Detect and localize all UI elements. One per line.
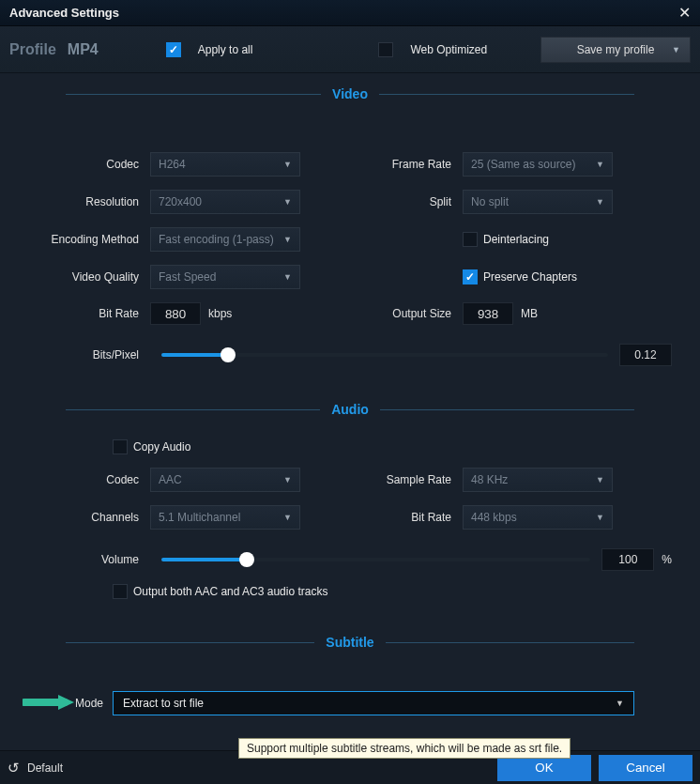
chevron-down-icon: ▼	[283, 235, 292, 244]
split-select[interactable]: No split▼	[463, 190, 613, 214]
preserve-chapters-checkbox[interactable]	[463, 269, 478, 284]
resolution-label: Resolution	[28, 195, 150, 208]
subtitle-section-header: Subtitle	[0, 622, 700, 663]
framerate-label: Frame Rate	[350, 158, 463, 171]
save-profile-label: Save my profile	[577, 43, 655, 56]
output-both-checkbox[interactable]	[113, 584, 128, 599]
web-optimized-label: Web Optimized	[410, 43, 487, 56]
encoding-method-label: Encoding Method	[28, 233, 150, 246]
volume-label: Volume	[28, 553, 150, 566]
output-size-label: Output Size	[350, 307, 463, 320]
audio-codec-label: Codec	[28, 473, 150, 486]
video-bitrate-unit: kbps	[208, 307, 232, 320]
reset-icon: ↺	[8, 760, 20, 776]
chevron-down-icon: ▼	[283, 197, 292, 207]
video-section-header: Video	[0, 73, 700, 115]
chevron-down-icon: ▼	[283, 272, 292, 282]
video-quality-select[interactable]: Fast Speed▼	[150, 265, 300, 289]
audio-form: Copy Audio Codec AAC▼ Sample Rate 48 KHz…	[0, 430, 700, 622]
output-both-label: Output both AAC and AC3 audio tracks	[133, 585, 327, 598]
copy-audio-checkbox[interactable]	[113, 439, 128, 454]
chevron-down-icon: ▼	[616, 699, 624, 708]
save-profile-button[interactable]: Save my profile ▼	[540, 37, 691, 63]
chevron-down-icon: ▼	[596, 197, 604, 207]
audio-section-header: Audio	[0, 389, 700, 430]
output-size-unit: MB	[521, 307, 538, 320]
deinterlacing-checkbox[interactable]	[463, 232, 478, 247]
bitspixel-value: 0.12	[619, 344, 672, 366]
close-icon[interactable]: ✕	[678, 4, 691, 22]
chevron-down-icon: ▼	[283, 160, 292, 169]
subtitle-tooltip: Support multiple subtitle streams, which…	[238, 738, 571, 759]
channels-select[interactable]: 5.1 Multichannel▼	[150, 505, 300, 530]
default-button[interactable]: ↺ Default	[8, 760, 63, 776]
audio-bitrate-select[interactable]: 448 kbps▼	[463, 505, 613, 530]
resolution-select[interactable]: 720x400▼	[150, 190, 300, 214]
framerate-select[interactable]: 25 (Same as source)▼	[463, 152, 613, 177]
slider-thumb[interactable]	[239, 552, 254, 567]
subtitle-row: Mode Extract to srt file ▼	[0, 691, 700, 715]
titlebar: Advanced Settings ✕	[0, 0, 700, 26]
profile-value: MP4	[68, 41, 99, 58]
apply-to-all-checkbox[interactable]	[166, 42, 181, 57]
chevron-down-icon: ▼	[596, 475, 604, 484]
split-label: Split	[350, 195, 463, 208]
audio-codec-select[interactable]: AAC▼	[150, 468, 300, 492]
preserve-chapters-label: Preserve Chapters	[483, 270, 577, 284]
channels-label: Channels	[28, 511, 150, 524]
profile-label: Profile	[9, 41, 56, 58]
video-quality-label: Video Quality	[28, 270, 150, 284]
samplerate-select[interactable]: 48 KHz▼	[463, 468, 613, 492]
chevron-down-icon: ▼	[672, 45, 680, 54]
encoding-method-select[interactable]: Fast encoding (1-pass)▼	[150, 227, 300, 252]
video-codec-label: Codec	[28, 158, 150, 171]
video-bitrate-label: Bit Rate	[28, 307, 150, 320]
subtitle-mode-select[interactable]: Extract to srt file ▼	[113, 691, 634, 715]
arrow-pointer-icon	[23, 693, 79, 712]
video-codec-select[interactable]: H264▼	[150, 152, 300, 177]
video-bitrate-input[interactable]	[150, 302, 201, 325]
samplerate-label: Sample Rate	[350, 473, 463, 486]
bitspixel-slider[interactable]	[161, 353, 608, 357]
slider-thumb[interactable]	[221, 347, 236, 362]
chevron-down-icon: ▼	[596, 513, 604, 522]
audio-bitrate-label: Bit Rate	[350, 511, 463, 524]
volume-value: 100	[601, 548, 654, 571]
topbar: Profile MP4 Apply to all Web Optimized S…	[0, 26, 700, 73]
video-form: Codec H264▼ Frame Rate 25 (Same as sourc…	[0, 115, 700, 389]
deinterlacing-label: Deinterlacing	[483, 233, 549, 246]
volume-unit: %	[662, 553, 672, 566]
chevron-down-icon: ▼	[596, 160, 604, 169]
bitspixel-label: Bits/Pixel	[28, 348, 150, 361]
chevron-down-icon: ▼	[283, 513, 292, 522]
output-size-input[interactable]	[463, 302, 513, 325]
web-optimized-checkbox[interactable]	[378, 42, 393, 57]
copy-audio-label: Copy Audio	[133, 440, 190, 453]
chevron-down-icon: ▼	[283, 475, 292, 484]
cancel-button[interactable]: Cancel	[599, 755, 692, 781]
apply-to-all-label: Apply to all	[198, 43, 253, 56]
volume-slider[interactable]	[161, 558, 590, 561]
window-title: Advanced Settings	[9, 6, 119, 20]
